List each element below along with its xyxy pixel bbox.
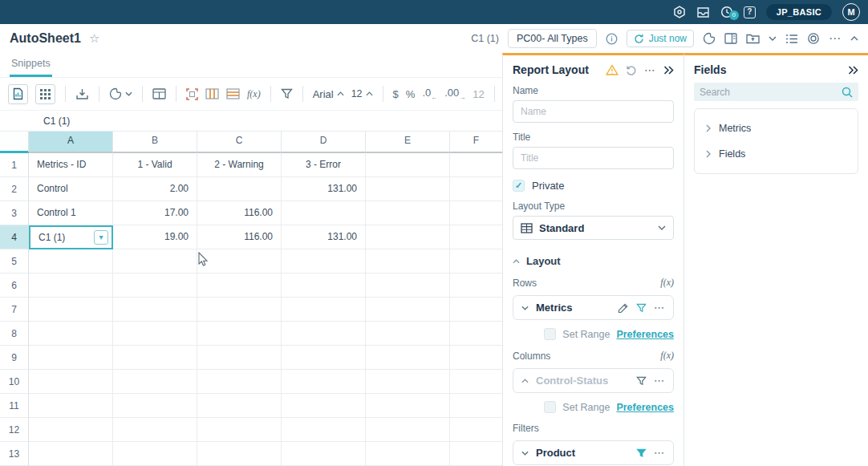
grid-cell-F7[interactable] <box>450 298 502 322</box>
grid-cell-F4[interactable] <box>450 225 502 249</box>
rows-more-icon[interactable]: ⋯ <box>654 302 665 314</box>
grid-cell-A11[interactable] <box>29 394 113 418</box>
grid-cell-A6[interactable] <box>29 274 113 298</box>
grid-cell-E5[interactable] <box>366 249 450 274</box>
grid-cell-E6[interactable] <box>366 274 450 298</box>
grid-cell-E10[interactable] <box>366 370 450 394</box>
number-format-button[interactable]: 12 <box>473 88 484 100</box>
private-checkbox[interactable]: ✓ <box>513 180 525 192</box>
column-header-A[interactable]: A <box>29 132 113 153</box>
grid-cell-C7[interactable] <box>197 298 282 322</box>
grid-cell-C9[interactable] <box>197 346 282 370</box>
row-header-5[interactable]: 5 <box>0 249 29 274</box>
grid-cell-B12[interactable] <box>113 418 197 442</box>
columns-field-card[interactable]: Control-Status ⋯ <box>513 368 674 393</box>
grid-cell-F2[interactable] <box>450 177 502 201</box>
grid-cell-C5[interactable] <box>197 249 282 274</box>
list-view-icon[interactable] <box>785 34 798 44</box>
row-header-13[interactable]: 13 <box>0 442 29 466</box>
column-header-B[interactable]: B <box>113 132 197 153</box>
grid-cell-F11[interactable] <box>450 394 502 418</box>
grid-cell-F1[interactable] <box>450 153 502 177</box>
collapse-header-icon[interactable] <box>850 36 858 41</box>
split-panel-icon[interactable] <box>724 33 737 44</box>
layout-type-select[interactable]: Standard <box>513 216 674 240</box>
theme-palette-icon[interactable] <box>703 32 716 45</box>
history-clock-icon[interactable]: 0 <box>720 6 733 18</box>
help-icon[interactable]: ? <box>744 6 756 18</box>
grid-cell-B5[interactable] <box>113 249 197 274</box>
grid-cell-D1[interactable]: 3 - Error <box>282 153 366 177</box>
grid-cell-B13[interactable] <box>113 442 197 466</box>
grid-cell-A5[interactable] <box>29 249 113 274</box>
workspace-pill[interactable]: JP_BASIC <box>766 4 832 20</box>
grid-cell-A1[interactable]: Metrics - ID <box>29 153 113 177</box>
grid-cell-D12[interactable] <box>282 418 366 442</box>
row-header-10[interactable]: 10 <box>0 370 29 394</box>
grid-cell-B1[interactable]: 1 - Valid <box>113 153 197 177</box>
grid-cell-F12[interactable] <box>450 418 502 442</box>
grid-view-button[interactable] <box>35 84 55 104</box>
currency-format-button[interactable]: $ <box>393 88 399 100</box>
font-family-selector[interactable]: Arial <box>313 88 344 100</box>
columns-preferences-link[interactable]: Preferences <box>616 402 674 413</box>
column-header-F[interactable]: F <box>450 132 502 153</box>
grid-cell-A13[interactable] <box>29 442 113 466</box>
grid-cell-B8[interactable] <box>113 322 197 346</box>
settings-hexagon-icon[interactable] <box>673 6 686 18</box>
user-avatar[interactable]: M <box>842 3 860 21</box>
grid-cell-D4[interactable]: 131.00 <box>282 225 366 249</box>
row-header-9[interactable]: 9 <box>0 346 29 370</box>
name-input[interactable] <box>513 100 674 123</box>
row-header-6[interactable]: 6 <box>0 274 29 298</box>
grid-cell-B10[interactable] <box>113 370 197 394</box>
undo-icon[interactable] <box>626 65 637 75</box>
filter-funnel-button[interactable] <box>281 88 293 99</box>
columns-more-icon[interactable]: ⋯ <box>654 375 665 387</box>
filter-funnel-icon[interactable] <box>636 376 647 386</box>
inbox-icon[interactable] <box>696 6 710 18</box>
info-icon[interactable] <box>606 33 618 45</box>
columns-layout-button[interactable] <box>205 88 219 99</box>
formula-button[interactable]: f(x) <box>247 88 261 100</box>
row-header-4[interactable]: 4 <box>0 225 29 249</box>
grid-cell-A9[interactable] <box>29 346 113 370</box>
grid-cell-F9[interactable] <box>450 346 502 370</box>
row-header-3[interactable]: 3 <box>0 201 29 225</box>
grid-cell-B4[interactable]: 19.00 <box>113 225 197 249</box>
grid-cell-A12[interactable] <box>29 418 113 442</box>
grid-cell-B3[interactable]: 17.00 <box>113 201 197 225</box>
row-header-11[interactable]: 11 <box>0 394 29 418</box>
target-circles-icon[interactable] <box>807 32 820 45</box>
grid-cell-C13[interactable] <box>197 442 282 466</box>
grid-cell-B7[interactable] <box>113 298 197 322</box>
grid-cell-C6[interactable] <box>197 274 282 298</box>
grid-cell-D2[interactable]: 131.00 <box>282 177 366 201</box>
rows-layout-button[interactable] <box>226 88 240 99</box>
grid-cell-A10[interactable] <box>29 370 113 394</box>
grid-cell-C12[interactable] <box>197 418 282 442</box>
grid-cell-B9[interactable] <box>113 346 197 370</box>
percent-format-button[interactable]: % <box>406 88 416 100</box>
filter-funnel-icon[interactable] <box>636 448 647 458</box>
layout-section-header[interactable]: Layout <box>513 255 674 267</box>
grid-cell-E7[interactable] <box>366 298 450 322</box>
grid-cell-E12[interactable] <box>366 418 450 442</box>
rows-set-range-checkbox[interactable] <box>544 328 556 340</box>
selection-label[interactable]: C1 (1) <box>471 33 499 44</box>
grid-cell-D8[interactable] <box>282 322 366 346</box>
download-button[interactable] <box>75 87 89 100</box>
columns-fx-icon[interactable]: f(x) <box>660 350 674 362</box>
grid-cell-E3[interactable] <box>366 201 450 225</box>
grid-cell-A8[interactable] <box>29 322 113 346</box>
grid-cell-B6[interactable] <box>113 274 197 298</box>
grid-cell-C4[interactable]: 116.00 <box>197 225 282 249</box>
export-folder-icon[interactable] <box>746 33 760 44</box>
row-header-1[interactable]: 1 <box>0 153 29 177</box>
name-box[interactable]: C1 (1) <box>0 111 502 132</box>
decrease-decimal-button[interactable]: .0← <box>422 87 437 101</box>
grid-cell-A4[interactable]: C1 (1)▾ <box>29 225 113 249</box>
row-header-2[interactable]: 2 <box>0 177 29 201</box>
grid-cell-D13[interactable] <box>282 442 366 466</box>
grid-cell-E9[interactable] <box>366 346 450 370</box>
